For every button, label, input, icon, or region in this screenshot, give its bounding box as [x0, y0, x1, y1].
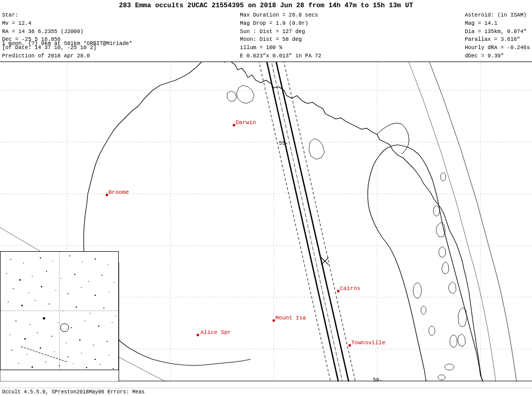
svg-point-25 — [106, 194, 108, 196]
svg-point-88 — [71, 327, 72, 328]
star-mv: Mv = 12.4 — [2, 20, 97, 28]
svg-point-97 — [79, 339, 80, 340]
svg-point-99 — [106, 341, 107, 342]
svg-point-52 — [40, 257, 41, 258]
svg-point-108 — [18, 363, 19, 364]
svg-point-72 — [81, 287, 82, 288]
max-duration: Max Duration = 26.8 secs — [240, 11, 322, 20]
svg-text:Alice Spr: Alice Spr — [200, 329, 231, 336]
svg-point-23 — [233, 124, 236, 127]
svg-point-92 — [9, 334, 10, 336]
svg-point-104 — [68, 356, 69, 357]
svg-point-82 — [103, 308, 104, 309]
svg-point-60 — [32, 276, 33, 277]
main-title: 283 Emma occults 2UCAC 21554395 on 2018 … — [119, 2, 413, 9]
svg-text:Darwin: Darwin — [236, 119, 256, 126]
svg-point-73 — [95, 295, 96, 296]
mag-drop: Mag Drop = 1.9 (0.0r) — [240, 20, 322, 28]
svg-point-80 — [76, 307, 77, 308]
svg-point-76 — [21, 305, 23, 307]
svg-point-50 — [10, 259, 11, 260]
svg-point-96 — [66, 343, 66, 343]
svg-text:Townsville: Townsville — [351, 340, 385, 346]
illum: illum = 100 % — [240, 44, 322, 52]
svg-point-69 — [41, 286, 42, 287]
svg-point-86 — [43, 317, 45, 319]
svg-point-55 — [82, 262, 83, 263]
svg-point-112 — [73, 363, 73, 363]
svg-point-93 — [24, 338, 26, 340]
svg-point-106 — [95, 359, 96, 360]
star-info: Star: Mv = 12.4 RA = 14 36 6.2355 (J2000… — [2, 11, 97, 60]
svg-point-59 — [19, 279, 21, 281]
star-ra: RA = 14 36 6.2355 (J2000) — [2, 28, 97, 36]
svg-point-109 — [32, 367, 33, 368]
svg-point-102 — [40, 347, 41, 349]
svg-point-74 — [108, 292, 109, 292]
svg-point-103 — [54, 352, 54, 352]
svg-point-89 — [85, 321, 86, 322]
svg-point-65 — [101, 275, 102, 276]
header: 283 Emma occults 2UCAC 21554395 on 2018 … — [0, 0, 532, 62]
svg-point-90 — [98, 326, 99, 327]
svg-text:55-: 55- — [279, 141, 288, 146]
svg-point-71 — [68, 293, 69, 294]
parallax: Parallax = 3.616" — [465, 36, 530, 44]
svg-point-62 — [60, 278, 61, 279]
svg-point-64 — [88, 281, 89, 282]
moon-note: 1 moon. {?} 9km at 581km *ORBIT@Miriade* — [2, 40, 132, 47]
svg-point-95 — [51, 336, 52, 337]
svg-point-77 — [35, 300, 36, 301]
asteroid-info: Asteroid: (in ISAM) Mag = 14.1 Dia = 135… — [465, 11, 530, 60]
ellipse: E 0.023"x 0.013" in PA 72 — [240, 52, 322, 60]
svg-point-31 — [197, 334, 199, 337]
info-section: Star: Mv = 12.4 RA = 14 36 6.2355 (J2000… — [2, 11, 530, 60]
footer: Occult 4.5.5.0, SPreston2018May06 Errors… — [0, 388, 532, 396]
svg-point-66 — [114, 282, 114, 283]
svg-point-54 — [69, 255, 70, 256]
svg-point-115 — [113, 368, 114, 369]
hourly-ddec: dDec = 9.39" — [465, 52, 530, 60]
svg-point-63 — [74, 273, 75, 275]
svg-text:Mount Isa: Mount Isa — [275, 315, 306, 321]
svg-point-58 — [6, 273, 7, 274]
svg-point-85 — [30, 324, 31, 325]
star-prediction: Prediction of 2018 Apr 28.0 — [2, 52, 97, 60]
moon-dist: Moon: Dist = 58 deg — [240, 36, 322, 44]
svg-point-56 — [95, 258, 96, 260]
svg-text:50-: 50- — [373, 377, 382, 382]
svg-point-29 — [273, 319, 275, 322]
svg-point-51 — [23, 263, 24, 264]
svg-point-113 — [86, 367, 87, 368]
svg-point-70 — [55, 290, 56, 291]
svg-point-57 — [107, 264, 108, 265]
svg-point-110 — [45, 361, 46, 362]
svg-rect-49 — [1, 252, 118, 370]
hourly-dra: Hourly dRA = -0.246s — [465, 44, 530, 52]
footer-text: Occult 4.5.5.0, SPreston2018May06 Errors… — [2, 389, 145, 395]
svg-text:Cairns: Cairns — [340, 285, 361, 292]
svg-point-100 — [11, 349, 12, 351]
sun-dist: Sun : Dist = 127 deg — [240, 28, 322, 36]
duration-info: Max Duration = 26.8 secs Mag Drop = 1.9 … — [240, 11, 322, 60]
svg-point-87 — [57, 322, 58, 323]
title-bar: 283 Emma occults 2UCAC 21554395 on 2018 … — [2, 1, 530, 10]
starfield-svg — [1, 252, 118, 370]
svg-point-27 — [337, 290, 340, 293]
svg-point-81 — [90, 313, 91, 314]
svg-point-75 — [8, 301, 9, 302]
svg-point-84 — [15, 321, 17, 322]
star-label: Star: — [2, 11, 97, 20]
svg-point-91 — [112, 322, 112, 323]
svg-point-67 — [13, 288, 14, 289]
svg-point-105 — [81, 353, 82, 354]
asteroid-dia: Dia = 135km, 0.074" — [465, 28, 530, 36]
map-area: Darwin Broome Cairns Mount Isa Alice Spr… — [0, 47, 532, 382]
asteroid-label: Asteroid: (in ISAM) — [465, 11, 530, 20]
svg-point-94 — [37, 332, 38, 333]
asteroid-mag: Mag = 14.1 — [465, 20, 530, 28]
svg-point-101 — [27, 354, 28, 355]
svg-point-98 — [93, 345, 95, 346]
svg-point-114 — [100, 364, 101, 365]
svg-point-33 — [349, 344, 351, 347]
